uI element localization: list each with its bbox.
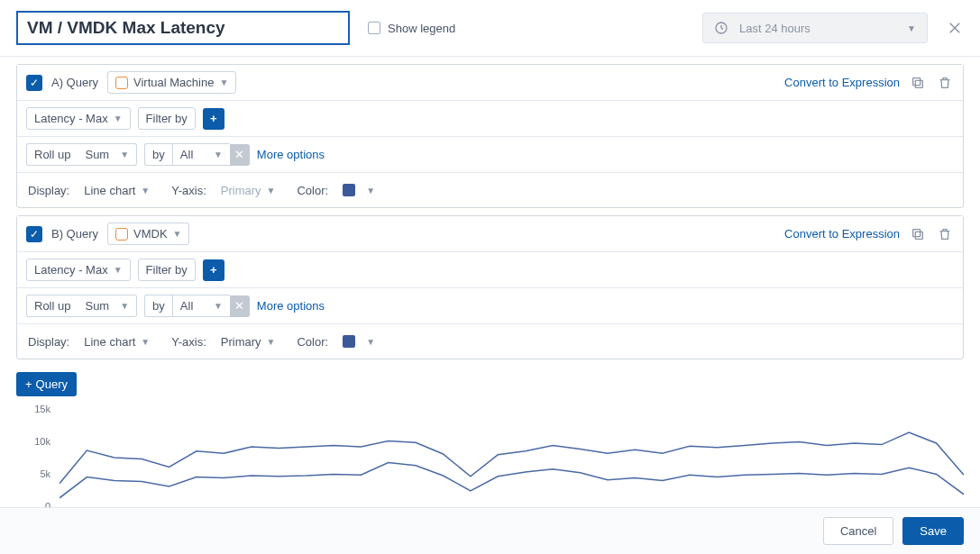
rollup-label: Roll up <box>26 143 78 166</box>
yaxis-label: Y-axis: <box>169 335 212 349</box>
show-legend-checkbox[interactable]: Show legend <box>368 22 455 35</box>
widget-title-input[interactable] <box>16 11 350 45</box>
add-query-button[interactable]: + Query <box>16 372 77 396</box>
svg-rect-4 <box>913 229 920 236</box>
duplicate-button[interactable] <box>909 74 927 92</box>
chevron-down-icon: ▼ <box>219 77 228 87</box>
rollup-label: Roll up <box>26 295 78 317</box>
clear-rollup-button[interactable]: ✕ <box>230 144 250 166</box>
y-tick-label: 5k <box>40 468 50 479</box>
query-id-label: B) Query <box>51 227 98 241</box>
convert-to-expression-link[interactable]: Convert to Expression <box>784 227 900 241</box>
yaxis-selector[interactable]: Primary▼ <box>219 331 278 352</box>
duplicate-button[interactable] <box>909 225 927 243</box>
more-options-link[interactable]: More options <box>257 299 325 313</box>
trash-icon <box>938 76 952 90</box>
color-selector[interactable] <box>341 331 357 352</box>
rollup-by-label: by <box>144 143 172 166</box>
display-label: Display: <box>26 184 75 197</box>
filter-by-button[interactable]: Filter by <box>138 259 196 281</box>
color-label: Color: <box>295 184 334 197</box>
y-tick-label: 10k <box>34 436 50 447</box>
chart-series-line <box>60 463 964 498</box>
display-label: Display: <box>26 335 75 349</box>
svg-rect-1 <box>915 80 922 87</box>
entity-selector[interactable]: VMDK ▼ <box>107 223 189 245</box>
time-range-picker[interactable]: Last 24 hours ▼ <box>702 13 928 43</box>
save-button[interactable]: Save <box>902 517 964 545</box>
copy-icon <box>911 76 925 90</box>
rollup-by-selector[interactable]: All▼ <box>172 295 230 317</box>
close-button[interactable] <box>946 19 964 37</box>
rollup-by-label: by <box>144 295 172 317</box>
query-block-a: ✓ A) Query Virtual Machine ▼ Convert to … <box>16 64 964 208</box>
entity-selector[interactable]: Virtual Machine ▼ <box>107 71 236 94</box>
rollup-by-selector[interactable]: All▼ <box>172 143 230 166</box>
query-id-label: A) Query <box>51 76 98 89</box>
copy-icon <box>911 227 925 241</box>
color-swatch-icon <box>343 335 355 348</box>
vmdk-icon <box>115 228 128 241</box>
more-options-link[interactable]: More options <box>257 148 325 161</box>
rollup-fn-selector[interactable]: Sum▼ <box>78 143 137 166</box>
latency-chart: 15k10k5k0 12:00 PM2:00 PM4:00 PM6:00 PM8… <box>16 404 964 507</box>
yaxis-label: Y-axis: <box>169 184 212 197</box>
metric-selector[interactable]: Latency - Max▼ <box>26 107 131 130</box>
yaxis-selector[interactable]: Primary▼ <box>219 179 278 201</box>
query-enabled-checkbox[interactable]: ✓ <box>26 75 42 91</box>
add-filter-button[interactable]: + <box>203 108 224 130</box>
trash-icon <box>938 227 952 241</box>
delete-button[interactable] <box>936 74 954 92</box>
convert-to-expression-link[interactable]: Convert to Expression <box>784 76 900 89</box>
query-block-b: ✓ B) Query VMDK ▼ Convert to Expression … <box>16 215 964 359</box>
color-label: Color: <box>295 335 334 349</box>
color-dropdown[interactable]: ▼ <box>364 331 377 352</box>
delete-button[interactable] <box>936 225 954 243</box>
clear-rollup-button[interactable]: ✕ <box>230 295 250 317</box>
time-range-label: Last 24 hours <box>739 22 811 35</box>
chevron-down-icon: ▼ <box>907 23 916 33</box>
clock-icon <box>714 21 728 35</box>
rollup-fn-selector[interactable]: Sum▼ <box>78 295 137 317</box>
show-legend-label: Show legend <box>388 22 455 35</box>
vm-icon <box>115 77 128 89</box>
svg-rect-2 <box>913 77 920 85</box>
cancel-button[interactable]: Cancel <box>823 517 893 545</box>
add-filter-button[interactable]: + <box>203 259 224 281</box>
svg-rect-3 <box>915 232 922 239</box>
display-type-selector[interactable]: Line chart▼ <box>82 331 151 352</box>
color-swatch-icon <box>343 184 355 196</box>
close-icon <box>947 20 963 36</box>
plus-icon: + <box>25 377 32 391</box>
color-selector[interactable] <box>341 179 357 201</box>
checkbox-empty-icon <box>368 22 380 34</box>
chart-series-line <box>60 432 964 484</box>
y-tick-label: 0 <box>45 501 50 507</box>
query-enabled-checkbox[interactable]: ✓ <box>26 226 42 242</box>
filter-by-button[interactable]: Filter by <box>138 107 196 130</box>
color-dropdown[interactable]: ▼ <box>364 179 377 201</box>
metric-selector[interactable]: Latency - Max▼ <box>26 259 131 281</box>
display-type-selector[interactable]: Line chart▼ <box>82 179 151 201</box>
y-tick-label: 15k <box>34 404 50 414</box>
chevron-down-icon: ▼ <box>173 229 182 239</box>
